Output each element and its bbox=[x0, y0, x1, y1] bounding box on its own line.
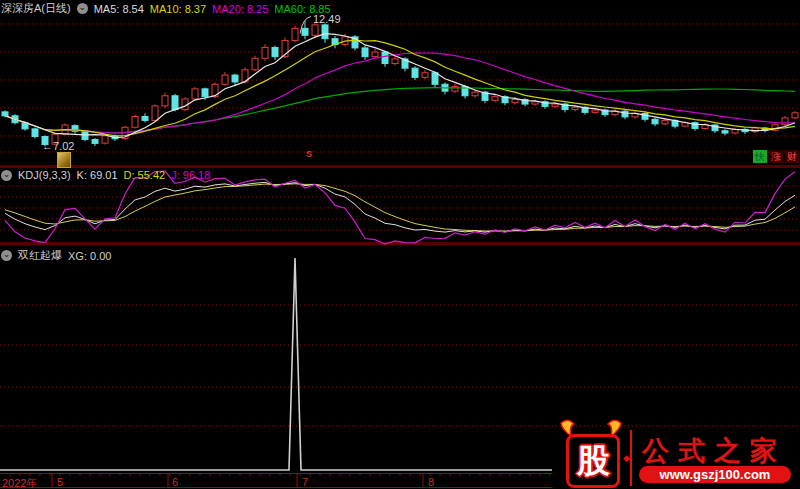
kdj-j-value: J: 96.18 bbox=[171, 169, 210, 181]
stock-title: 深深房A(日线) bbox=[1, 1, 71, 16]
kdj-k-value: K: 69.01 bbox=[77, 169, 118, 181]
ma5-value: MA5: 8.54 bbox=[94, 3, 144, 15]
bull-logo-box: 股 bbox=[566, 434, 620, 488]
quick-badges: 快 涨 财 bbox=[753, 150, 799, 163]
badge-kuai[interactable]: 快 bbox=[753, 150, 767, 163]
signal-indicator-name: 双红起爆 bbox=[18, 248, 62, 263]
chevron-down-icon[interactable]: ⌄ bbox=[1, 170, 12, 181]
bull-horns-icon bbox=[558, 417, 624, 437]
bull-logo-character: 股 bbox=[577, 439, 610, 484]
signal-xg-value: XG: 0.00 bbox=[68, 250, 111, 262]
low-price-annotation: ←7.02 bbox=[42, 140, 74, 152]
site-url-pill: www.gszj100.com bbox=[639, 466, 791, 483]
main-chart-header: 深深房A(日线) ⌄ MA5: 8.54 MA10: 8.37 MA20: 8.… bbox=[1, 1, 331, 16]
ma10-value: MA10: 8.37 bbox=[150, 3, 206, 15]
signal-panel-header: ⌄ 双红起爆 XG: 0.00 bbox=[1, 248, 111, 263]
ma20-value: MA20: 8.25 bbox=[212, 3, 268, 15]
axis-month-label: 8 bbox=[428, 476, 434, 488]
badge-cai[interactable]: 财 bbox=[785, 150, 799, 163]
badge-zhang[interactable]: 涨 bbox=[769, 150, 783, 163]
chevron-down-icon[interactable]: ⌄ bbox=[77, 3, 88, 14]
diamond-icon: ◆ bbox=[623, 453, 630, 463]
stock-app-window: 深深房A(日线) ⌄ MA5: 8.54 MA10: 8.37 MA20: 8.… bbox=[0, 0, 800, 489]
axis-month-label: 7 bbox=[302, 476, 308, 488]
kdj-d-value: D: 55.42 bbox=[124, 169, 166, 181]
axis-year-label: 2022年 bbox=[2, 476, 37, 489]
site-name: 公式之家 bbox=[642, 433, 786, 469]
kdj-panel-header: ⌄ KDJ(9,3,3) K: 69.01 D: 55.42 J: 96.18 bbox=[1, 169, 210, 181]
gold-seal-icon[interactable] bbox=[57, 152, 71, 168]
gszj-watermark-logo: 股 ◆ 公式之家 www.gszj100.com bbox=[552, 412, 800, 489]
sell-signal-marker: S bbox=[306, 149, 312, 159]
axis-month-label: 6 bbox=[172, 476, 178, 488]
kdj-indicator-name: KDJ(9,3,3) bbox=[18, 169, 71, 181]
high-price-annotation: 12.49 bbox=[313, 13, 341, 25]
chevron-down-icon[interactable]: ⌄ bbox=[1, 250, 12, 261]
axis-month-label: 5 bbox=[57, 476, 63, 488]
logo-divider bbox=[630, 430, 632, 486]
